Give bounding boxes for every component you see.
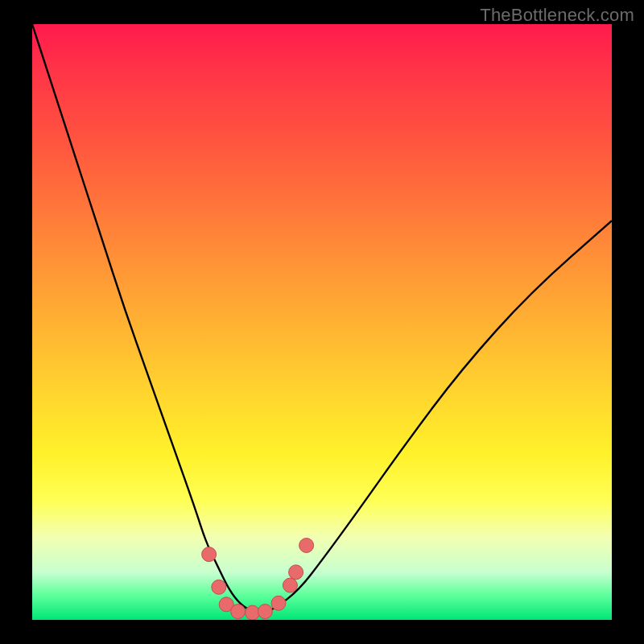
chart-overlay: [32, 24, 612, 620]
curve-marker: [289, 565, 303, 580]
bottleneck-curve: [32, 24, 612, 613]
watermark-text: TheBottleneck.com: [480, 5, 634, 26]
curve-marker: [258, 605, 272, 619]
curve-marker: [246, 605, 260, 620]
curve-marker: [231, 605, 246, 619]
curve-markers: [202, 539, 314, 621]
chart-frame: TheBottleneck.com: [0, 0, 644, 644]
curve-marker: [299, 539, 314, 553]
curve-marker: [283, 578, 297, 592]
curve-marker: [212, 580, 226, 594]
curve-marker: [202, 547, 217, 562]
plot-area: [32, 24, 612, 620]
curve-marker: [271, 596, 286, 610]
